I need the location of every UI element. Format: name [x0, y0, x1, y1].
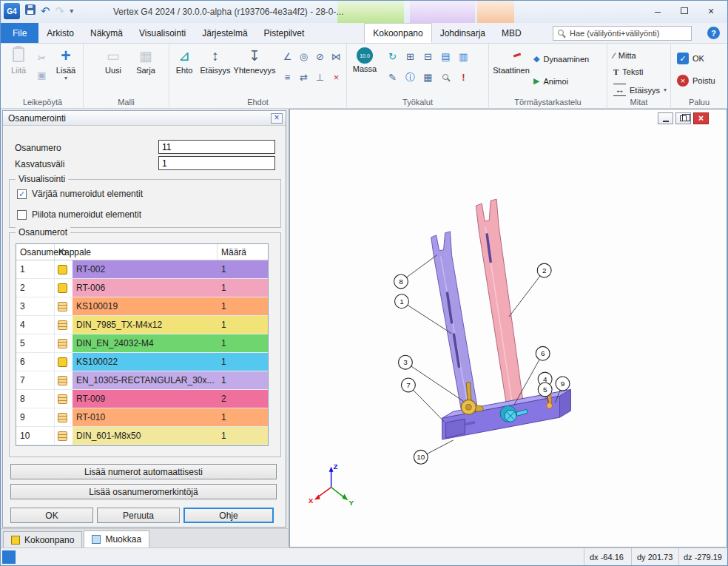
help-button[interactable]: ? [707, 27, 720, 39]
menu-tab-pistepilvet[interactable]: Pistepilvet [256, 23, 313, 43]
distance-dim-button[interactable]: ↔ Etäisyys ▾ [613, 84, 667, 96]
balloon-10[interactable]: 10 [414, 450, 428, 464]
ok-ribbon-button[interactable]: ✓ OK [677, 53, 704, 64]
panel-tab-kokoonpano[interactable]: Kokoonpano [3, 531, 82, 548]
menu-tab-mbd[interactable]: MBD [493, 23, 530, 43]
cancel-button[interactable]: Peruuta [97, 508, 180, 523]
menu-tab-järjestelmä[interactable]: Järjestelmä [194, 23, 255, 43]
menu-tab-näkymä[interactable]: Näkymä [82, 23, 131, 43]
increment-input[interactable] [158, 156, 275, 170]
search-box[interactable]: Hae (välilyönti+välilyönti) [553, 26, 692, 41]
panel-tab-muokkaa[interactable]: Muokkaa [84, 530, 149, 548]
balloon-5[interactable]: 5 [538, 383, 552, 397]
constraint-button[interactable]: ⊿ Ehto [171, 47, 198, 75]
release-constraint-button[interactable]: × [329, 70, 343, 84]
distance-constraint-button[interactable]: ↕ Etäisyys [199, 47, 232, 75]
redo-button[interactable]: ↷ [55, 3, 65, 19]
cell-osanumero: 8 [16, 390, 55, 408]
part-number-input[interactable] [158, 140, 275, 154]
assembly-model[interactable] [431, 199, 571, 439]
table-row[interactable]: 7EN_10305-RECTANGULAR_30x...1 [16, 371, 268, 390]
minimize-button[interactable]: – [644, 1, 671, 21]
table-row[interactable]: 10DIN_601-M8x501 [16, 427, 268, 445]
fasten-constraint-button[interactable]: ⋈ [329, 50, 343, 64]
colorize-checkbox-row[interactable]: ✓ Värjää numeroidut elementit [17, 189, 143, 199]
insert-button[interactable]: + Lisää ▾ [51, 47, 81, 81]
viewport-minimize-button[interactable] [658, 112, 673, 124]
save-button[interactable] [25, 3, 36, 19]
static-collision-button[interactable]: Staattinen [493, 47, 529, 75]
menu-tab-arkisto[interactable]: Arkisto [38, 23, 82, 43]
add-numbers-button[interactable]: Lisää numerot automaattisesti [10, 464, 277, 479]
balloon-7[interactable]: 7 [401, 378, 415, 392]
add-labels-button[interactable]: Lisää osanumeromerkintöjä [10, 484, 277, 499]
zoom-tool-button[interactable] [439, 70, 453, 84]
table-row[interactable]: 6KS1000221 [16, 353, 268, 371]
panel-left-button[interactable]: ▤ [439, 50, 453, 64]
series-button[interactable]: ▦ Sarja [131, 47, 161, 75]
balloon-6[interactable]: 6 [536, 346, 550, 360]
balloon-8[interactable]: 8 [394, 274, 408, 289]
paste-button[interactable]: Liitä [4, 47, 33, 75]
app-logo[interactable]: G4 [4, 3, 20, 19]
info-tool-button[interactable]: ⓘ [403, 70, 417, 84]
exit-ribbon-button[interactable]: × Poistu [677, 75, 715, 87]
perpendicular-constraint-button[interactable]: ⊥ [313, 70, 327, 84]
symmetry-constraint-button[interactable]: ⇄ [297, 70, 311, 84]
measure-button[interactable]: ∕ Mitta [613, 51, 636, 60]
alert-tool-button[interactable]: ! [456, 70, 471, 84]
close-button[interactable]: × [698, 1, 724, 21]
table-row[interactable]: 2RT-0061 [16, 279, 268, 297]
qat-customize-button[interactable]: ▾ [70, 3, 73, 19]
angle-constraint-button[interactable]: ∠ [280, 50, 294, 64]
axis-z-label: Z [334, 462, 338, 471]
table-row[interactable]: 9RT-0101 [16, 408, 268, 427]
assembly-icon [11, 536, 20, 545]
coincidence-button[interactable]: ↧ Yhtenevyys [232, 47, 277, 75]
copy-button[interactable]: ▣ [35, 68, 49, 82]
help-dialog-button[interactable]: Ohje [183, 508, 274, 523]
maximize-button[interactable] [671, 1, 698, 21]
balloon-1[interactable]: 1 [395, 294, 409, 309]
balloon-9[interactable]: 9 [556, 377, 570, 391]
tangent-constraint-button[interactable]: ⊘ [313, 50, 327, 64]
balloon-2[interactable]: 2 [537, 263, 551, 277]
table-row[interactable]: 5DIN_EN_24032-M41 [16, 334, 268, 353]
cut-button[interactable]: ✂ [35, 51, 49, 65]
table-row[interactable]: 3KS1000191 [16, 297, 268, 316]
parts-table-header: Osanumero Kappale Määrä [16, 244, 268, 260]
refresh-tool-button[interactable]: ↻ [385, 50, 400, 64]
grid-tool-button[interactable]: ▦ [421, 70, 435, 84]
menu-tab-file[interactable]: File [1, 23, 38, 43]
hide-checkbox[interactable] [17, 210, 27, 220]
model-viewport[interactable]: × [289, 109, 727, 548]
viewport-close-button[interactable]: × [693, 112, 709, 124]
new-button[interactable]: ▭ Uusi [98, 47, 128, 75]
panel-columns-button[interactable]: ▥ [456, 50, 471, 64]
table-row[interactable]: 4DIN_7985_TX-M4x121 [16, 316, 268, 334]
ok-button[interactable]: OK [10, 508, 93, 523]
layout-tool-button[interactable]: ⊟ [421, 50, 435, 64]
menu-tab-johdinsarja[interactable]: Johdinsarja [432, 23, 493, 43]
dialog-close-button[interactable]: × [271, 113, 283, 124]
animate-collision-button[interactable]: ▶ Animoi [533, 76, 568, 86]
dialog-titlebar[interactable]: Osanumerointi × [3, 111, 286, 126]
structure-tool-button[interactable]: ⊞ [403, 50, 417, 64]
dynamic-collision-button[interactable]: ◆ Dynaaminen [533, 54, 589, 64]
colorize-checkbox[interactable]: ✓ [17, 189, 27, 199]
viewport-restore-button[interactable] [675, 112, 691, 124]
part-arm-right[interactable] [476, 199, 523, 407]
hide-checkbox-row[interactable]: Piilota numeroidut elementit [17, 209, 141, 220]
menu-tab-visualisointi[interactable]: Visualisointi [131, 23, 194, 43]
edit-tool-button[interactable]: ✎ [385, 70, 400, 84]
menu-tab-kokoonpano[interactable]: Kokoonpano [364, 23, 431, 43]
viewport-canvas[interactable]: Z X Y 12345678910 [290, 110, 727, 547]
balloon-3[interactable]: 3 [399, 355, 413, 369]
table-row[interactable]: 1RT-0021 [16, 260, 268, 279]
table-row[interactable]: 8RT-0092 [16, 390, 268, 408]
text-tool-button[interactable]: T Teksti [613, 67, 643, 76]
undo-button[interactable]: ↶ [41, 3, 50, 19]
concentric-constraint-button[interactable]: ◎ [297, 50, 311, 64]
mass-button[interactable]: 10.0 Massa [350, 47, 380, 73]
parallel-constraint-button[interactable]: ≡ [280, 70, 294, 84]
